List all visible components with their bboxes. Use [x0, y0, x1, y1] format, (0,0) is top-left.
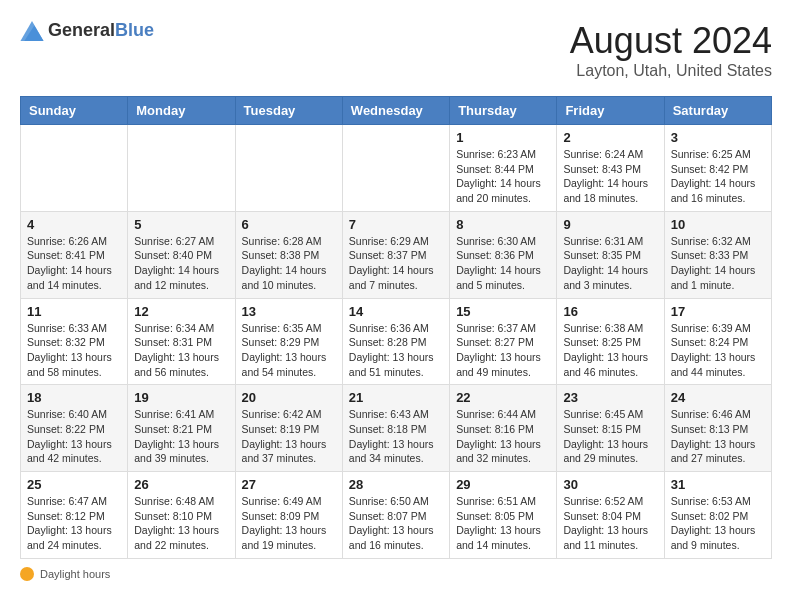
calendar-header-row: SundayMondayTuesdayWednesdayThursdayFrid…: [21, 97, 772, 125]
day-number: 21: [349, 390, 443, 405]
day-number: 30: [563, 477, 657, 492]
day-number: 31: [671, 477, 765, 492]
calendar-day-cell: 8Sunrise: 6:30 AM Sunset: 8:36 PM Daylig…: [450, 211, 557, 298]
calendar-day-cell: 11Sunrise: 6:33 AM Sunset: 8:32 PM Dayli…: [21, 298, 128, 385]
page-header: GeneralBlue August 2024 Layton, Utah, Un…: [20, 20, 772, 80]
daylight-label: Daylight hours: [40, 568, 110, 580]
day-number: 27: [242, 477, 336, 492]
calendar-day-cell: 1Sunrise: 6:23 AM Sunset: 8:44 PM Daylig…: [450, 125, 557, 212]
month-year-title: August 2024: [570, 20, 772, 62]
calendar-day-cell: 13Sunrise: 6:35 AM Sunset: 8:29 PM Dayli…: [235, 298, 342, 385]
calendar-day-cell: 27Sunrise: 6:49 AM Sunset: 8:09 PM Dayli…: [235, 472, 342, 559]
day-number: 16: [563, 304, 657, 319]
calendar-day-cell: 16Sunrise: 6:38 AM Sunset: 8:25 PM Dayli…: [557, 298, 664, 385]
calendar-day-cell: 21Sunrise: 6:43 AM Sunset: 8:18 PM Dayli…: [342, 385, 449, 472]
title-section: August 2024 Layton, Utah, United States: [570, 20, 772, 80]
calendar-day-cell: 15Sunrise: 6:37 AM Sunset: 8:27 PM Dayli…: [450, 298, 557, 385]
calendar-day-cell: 23Sunrise: 6:45 AM Sunset: 8:15 PM Dayli…: [557, 385, 664, 472]
calendar-day-cell: 6Sunrise: 6:28 AM Sunset: 8:38 PM Daylig…: [235, 211, 342, 298]
day-number: 10: [671, 217, 765, 232]
calendar-week-row: 4Sunrise: 6:26 AM Sunset: 8:41 PM Daylig…: [21, 211, 772, 298]
column-header-tuesday: Tuesday: [235, 97, 342, 125]
day-info: Sunrise: 6:25 AM Sunset: 8:42 PM Dayligh…: [671, 147, 765, 206]
day-number: 6: [242, 217, 336, 232]
day-number: 25: [27, 477, 121, 492]
calendar-day-cell: 19Sunrise: 6:41 AM Sunset: 8:21 PM Dayli…: [128, 385, 235, 472]
logo: GeneralBlue: [20, 20, 154, 41]
day-info: Sunrise: 6:27 AM Sunset: 8:40 PM Dayligh…: [134, 234, 228, 293]
day-info: Sunrise: 6:41 AM Sunset: 8:21 PM Dayligh…: [134, 407, 228, 466]
day-number: 19: [134, 390, 228, 405]
day-number: 7: [349, 217, 443, 232]
sun-icon: [20, 567, 34, 581]
column-header-saturday: Saturday: [664, 97, 771, 125]
day-info: Sunrise: 6:23 AM Sunset: 8:44 PM Dayligh…: [456, 147, 550, 206]
logo-text: GeneralBlue: [48, 20, 154, 41]
calendar-day-cell: 10Sunrise: 6:32 AM Sunset: 8:33 PM Dayli…: [664, 211, 771, 298]
day-number: 17: [671, 304, 765, 319]
calendar-day-cell: [21, 125, 128, 212]
day-info: Sunrise: 6:31 AM Sunset: 8:35 PM Dayligh…: [563, 234, 657, 293]
day-info: Sunrise: 6:39 AM Sunset: 8:24 PM Dayligh…: [671, 321, 765, 380]
column-header-thursday: Thursday: [450, 97, 557, 125]
location-subtitle: Layton, Utah, United States: [570, 62, 772, 80]
calendar-day-cell: 14Sunrise: 6:36 AM Sunset: 8:28 PM Dayli…: [342, 298, 449, 385]
calendar-week-row: 18Sunrise: 6:40 AM Sunset: 8:22 PM Dayli…: [21, 385, 772, 472]
day-info: Sunrise: 6:42 AM Sunset: 8:19 PM Dayligh…: [242, 407, 336, 466]
day-info: Sunrise: 6:32 AM Sunset: 8:33 PM Dayligh…: [671, 234, 765, 293]
column-header-wednesday: Wednesday: [342, 97, 449, 125]
day-info: Sunrise: 6:33 AM Sunset: 8:32 PM Dayligh…: [27, 321, 121, 380]
calendar-week-row: 1Sunrise: 6:23 AM Sunset: 8:44 PM Daylig…: [21, 125, 772, 212]
calendar-day-cell: 28Sunrise: 6:50 AM Sunset: 8:07 PM Dayli…: [342, 472, 449, 559]
day-number: 18: [27, 390, 121, 405]
day-info: Sunrise: 6:30 AM Sunset: 8:36 PM Dayligh…: [456, 234, 550, 293]
day-number: 8: [456, 217, 550, 232]
day-number: 1: [456, 130, 550, 145]
day-info: Sunrise: 6:50 AM Sunset: 8:07 PM Dayligh…: [349, 494, 443, 553]
calendar-day-cell: 24Sunrise: 6:46 AM Sunset: 8:13 PM Dayli…: [664, 385, 771, 472]
day-number: 11: [27, 304, 121, 319]
calendar-week-row: 11Sunrise: 6:33 AM Sunset: 8:32 PM Dayli…: [21, 298, 772, 385]
day-info: Sunrise: 6:34 AM Sunset: 8:31 PM Dayligh…: [134, 321, 228, 380]
calendar-week-row: 25Sunrise: 6:47 AM Sunset: 8:12 PM Dayli…: [21, 472, 772, 559]
day-number: 22: [456, 390, 550, 405]
day-number: 13: [242, 304, 336, 319]
calendar-day-cell: 29Sunrise: 6:51 AM Sunset: 8:05 PM Dayli…: [450, 472, 557, 559]
day-number: 14: [349, 304, 443, 319]
day-number: 3: [671, 130, 765, 145]
day-info: Sunrise: 6:43 AM Sunset: 8:18 PM Dayligh…: [349, 407, 443, 466]
calendar-day-cell: [128, 125, 235, 212]
logo-icon: [20, 21, 44, 41]
calendar-day-cell: 20Sunrise: 6:42 AM Sunset: 8:19 PM Dayli…: [235, 385, 342, 472]
day-info: Sunrise: 6:26 AM Sunset: 8:41 PM Dayligh…: [27, 234, 121, 293]
day-info: Sunrise: 6:29 AM Sunset: 8:37 PM Dayligh…: [349, 234, 443, 293]
calendar-day-cell: 12Sunrise: 6:34 AM Sunset: 8:31 PM Dayli…: [128, 298, 235, 385]
calendar-day-cell: [235, 125, 342, 212]
logo-blue: Blue: [115, 20, 154, 40]
calendar-day-cell: 3Sunrise: 6:25 AM Sunset: 8:42 PM Daylig…: [664, 125, 771, 212]
day-number: 15: [456, 304, 550, 319]
day-number: 24: [671, 390, 765, 405]
calendar-day-cell: 4Sunrise: 6:26 AM Sunset: 8:41 PM Daylig…: [21, 211, 128, 298]
day-number: 2: [563, 130, 657, 145]
day-info: Sunrise: 6:53 AM Sunset: 8:02 PM Dayligh…: [671, 494, 765, 553]
day-info: Sunrise: 6:38 AM Sunset: 8:25 PM Dayligh…: [563, 321, 657, 380]
day-info: Sunrise: 6:40 AM Sunset: 8:22 PM Dayligh…: [27, 407, 121, 466]
calendar-day-cell: 30Sunrise: 6:52 AM Sunset: 8:04 PM Dayli…: [557, 472, 664, 559]
footer-note: Daylight hours: [20, 567, 772, 581]
logo-general: General: [48, 20, 115, 40]
day-info: Sunrise: 6:49 AM Sunset: 8:09 PM Dayligh…: [242, 494, 336, 553]
calendar-day-cell: [342, 125, 449, 212]
day-info: Sunrise: 6:46 AM Sunset: 8:13 PM Dayligh…: [671, 407, 765, 466]
column-header-monday: Monday: [128, 97, 235, 125]
calendar-day-cell: 9Sunrise: 6:31 AM Sunset: 8:35 PM Daylig…: [557, 211, 664, 298]
calendar-day-cell: 17Sunrise: 6:39 AM Sunset: 8:24 PM Dayli…: [664, 298, 771, 385]
column-header-friday: Friday: [557, 97, 664, 125]
day-info: Sunrise: 6:36 AM Sunset: 8:28 PM Dayligh…: [349, 321, 443, 380]
day-number: 23: [563, 390, 657, 405]
day-info: Sunrise: 6:28 AM Sunset: 8:38 PM Dayligh…: [242, 234, 336, 293]
day-info: Sunrise: 6:51 AM Sunset: 8:05 PM Dayligh…: [456, 494, 550, 553]
day-info: Sunrise: 6:35 AM Sunset: 8:29 PM Dayligh…: [242, 321, 336, 380]
calendar-day-cell: 26Sunrise: 6:48 AM Sunset: 8:10 PM Dayli…: [128, 472, 235, 559]
calendar-day-cell: 18Sunrise: 6:40 AM Sunset: 8:22 PM Dayli…: [21, 385, 128, 472]
